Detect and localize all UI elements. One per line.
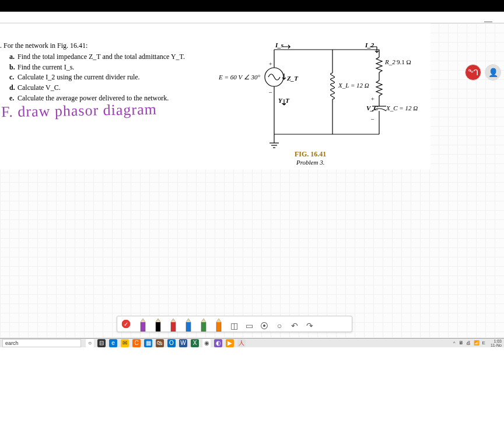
problem-intro: . For the network in Fig. 16.41: bbox=[0, 41, 210, 51]
taskbar-app-icon-6[interactable]: 🛍 bbox=[156, 339, 164, 347]
vc-plus: + bbox=[370, 95, 374, 102]
taskbar-app-icon-1[interactable]: ⊟ bbox=[97, 339, 106, 347]
eraser-tool[interactable]: ▭ bbox=[243, 320, 255, 332]
item-label: a. bbox=[9, 52, 18, 62]
presence-avatars: ᙰ 👤 bbox=[465, 64, 501, 81]
item-label: d. bbox=[9, 83, 18, 93]
pen-tool-0[interactable] bbox=[137, 318, 149, 332]
taskbar-app-icon-11[interactable]: ◐ bbox=[214, 339, 222, 347]
figure-number: FIG. 16.41 bbox=[295, 150, 326, 159]
taskbar-search[interactable]: earch bbox=[2, 339, 81, 347]
item-text: Calculate V_C. bbox=[18, 83, 61, 92]
item-label: c. bbox=[9, 72, 18, 82]
svg-marker-19 bbox=[156, 319, 160, 322]
system-tray: ^ 🖥 🖨 📶 E 1:03 11-No bbox=[453, 339, 502, 347]
tray-icon[interactable]: 🖥 bbox=[459, 340, 463, 346]
taskbar-app-icon-7[interactable]: O bbox=[167, 339, 176, 347]
pen-tool-3[interactable] bbox=[183, 318, 194, 332]
svg-marker-21 bbox=[171, 319, 176, 322]
plus-label: + bbox=[268, 60, 272, 67]
ruler-tool[interactable]: ⦿ bbox=[258, 320, 270, 332]
taskbar-app-icon-4[interactable]: C bbox=[132, 339, 141, 347]
taskbar-app-icon-2[interactable]: e bbox=[109, 339, 117, 347]
taskbar-clock[interactable]: 1:03 11-No bbox=[491, 339, 502, 347]
r2-label: R_2 bbox=[384, 58, 396, 65]
yt-label: Y_T bbox=[278, 97, 290, 104]
figure-caption: FIG. 16.41 Problem 3. bbox=[295, 150, 326, 166]
item-label: b. bbox=[9, 62, 18, 72]
r2-value: 9.1 Ω bbox=[397, 58, 411, 65]
taskbar-app-icon-3[interactable]: ✉ bbox=[121, 339, 129, 347]
tray-expand-icon[interactable]: ^ bbox=[453, 340, 456, 346]
windows-taskbar: earch ○⊟e✉C▦🛍OWX◉◐▶人 ^ 🖥 🖨 📶 E 1:03 11-N… bbox=[0, 338, 504, 347]
clock-time: 1:03 bbox=[491, 339, 502, 343]
undo-button[interactable]: ↶ bbox=[289, 320, 300, 332]
window-title-bar bbox=[0, 0, 504, 12]
item-text: Calculate I_2 using the current divider … bbox=[18, 73, 140, 81]
avatar-user-1[interactable]: ᙰ bbox=[465, 64, 481, 81]
tray-wifi-icon[interactable]: 📶 bbox=[474, 340, 480, 346]
taskbar-app-icon-9[interactable]: X bbox=[191, 339, 199, 347]
taskbar-app-icon-10[interactable]: ◉ bbox=[202, 339, 211, 347]
figure-text: Problem 3. bbox=[295, 159, 326, 166]
xl-label: X_L = 12 Ω bbox=[338, 82, 369, 89]
svg-marker-27 bbox=[216, 319, 221, 322]
zt-label: Z_T bbox=[286, 75, 299, 82]
pen-tool-4[interactable] bbox=[198, 318, 209, 332]
i2-label: I_2 bbox=[365, 41, 374, 48]
xc-label: X_C = 12 Ω bbox=[386, 104, 418, 111]
window-sub-bar bbox=[0, 12, 504, 23]
vc-label: V_C bbox=[366, 104, 379, 111]
lasso-tool[interactable]: ○ bbox=[274, 320, 285, 332]
avatar-user-2[interactable]: 👤 bbox=[485, 64, 501, 81]
minus-label: − bbox=[268, 89, 272, 96]
pen-toolbar: ✓ ◫ ▭ ⦿ ○ ↶ ↷ bbox=[117, 316, 352, 332]
item-label: e. bbox=[9, 93, 18, 103]
redo-button[interactable]: ↷ bbox=[304, 320, 316, 332]
svg-marker-25 bbox=[201, 319, 206, 322]
pen-tool-2[interactable] bbox=[167, 318, 179, 332]
taskbar-app-icon-13[interactable]: 人 bbox=[237, 339, 246, 347]
taskbar-app-icon-5[interactable]: ▦ bbox=[144, 339, 152, 347]
taskbar-app-icon-0[interactable]: ○ bbox=[86, 339, 94, 347]
bottom-blank-area bbox=[0, 337, 504, 436]
tray-language[interactable]: E bbox=[482, 340, 485, 346]
handwritten-annotation: F. draw phasor diagram bbox=[1, 101, 157, 121]
problem-card: . For the network in Fig. 16.41: a.Find … bbox=[0, 23, 430, 169]
pen-tool-5[interactable] bbox=[213, 318, 225, 332]
item-text: Find the total impedance Z_T and the tot… bbox=[18, 53, 185, 61]
tray-icon[interactable]: 🖨 bbox=[466, 340, 471, 346]
pen-tool-1[interactable] bbox=[152, 318, 164, 332]
item-text: Find the current I_s. bbox=[18, 63, 74, 71]
svg-marker-23 bbox=[186, 319, 191, 322]
taskbar-app-icon-12[interactable]: ▶ bbox=[226, 339, 234, 347]
clock-date: 11-No bbox=[491, 343, 502, 347]
is-label: I_s bbox=[275, 41, 284, 48]
problem-text: . For the network in Fig. 16.41: a.Find … bbox=[0, 41, 210, 104]
source-label: E = 60 V ∠ 30° bbox=[218, 74, 260, 81]
svg-marker-17 bbox=[141, 319, 145, 322]
whiteboard-workspace[interactable]: . For the network in Fig. 16.41: a.Find … bbox=[0, 23, 504, 337]
circuit-diagram: E = 60 V ∠ 30° + − I_s I_2 Z_T Y_T X_L =… bbox=[216, 38, 420, 166]
taskbar-app-icon-8[interactable]: W bbox=[179, 339, 187, 347]
vc-minus: − bbox=[370, 116, 374, 123]
taskbar-icons: ○⊟e✉C▦🛍OWX◉◐▶人 bbox=[86, 339, 246, 347]
highlighter-tool[interactable]: ◫ bbox=[228, 320, 240, 332]
active-tool-indicator[interactable]: ✓ bbox=[121, 319, 131, 329]
